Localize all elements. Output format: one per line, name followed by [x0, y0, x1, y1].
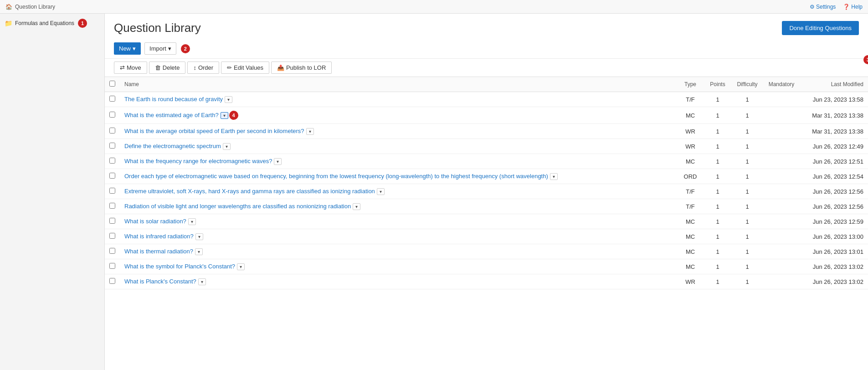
row-checkbox-cell [105, 184, 120, 199]
question-expand-button[interactable]: ▾ [223, 143, 231, 150]
row-mandatory-cell [763, 244, 800, 259]
question-expand-button[interactable]: ▾ [237, 263, 245, 270]
question-link[interactable]: What is the symbol for Planck's Constant… [124, 263, 235, 270]
row-type-cell: ORD [677, 169, 704, 184]
edit-values-label: Edit Values [234, 64, 263, 71]
question-link[interactable]: What is infrared radiation? [124, 233, 194, 240]
question-expand-button[interactable]: ▾ [195, 233, 203, 240]
question-link[interactable]: What is the average orbital speed of Ear… [124, 128, 304, 134]
row-checkbox[interactable] [109, 248, 115, 254]
question-link[interactable]: Order each type of electromagnetic wave … [124, 173, 548, 180]
row-checkbox[interactable] [109, 233, 115, 239]
select-all-checkbox[interactable] [109, 81, 115, 87]
sidebar-item-formulas[interactable]: 📁 Formulas and Equations 1 [0, 16, 104, 30]
question-expand-button[interactable]: ▾ [188, 218, 196, 225]
question-link[interactable]: Extreme ultraviolet, soft X-rays, hard X… [124, 188, 375, 195]
row-difficulty-cell: 1 [731, 214, 763, 229]
row-difficulty-cell: 1 [731, 169, 763, 184]
table-row: What is the frequency range for electrom… [105, 154, 868, 169]
page-header: Question Library Done Editing Questions [105, 14, 868, 39]
row-mandatory-cell [763, 107, 800, 124]
row-checkbox[interactable] [109, 263, 115, 269]
new-button[interactable]: New ▾ [114, 42, 141, 55]
order-label: Order [198, 64, 213, 71]
row-mandatory-cell [763, 274, 800, 289]
row-checkbox[interactable] [109, 173, 115, 179]
row-checkbox[interactable] [109, 188, 115, 194]
row-mandatory-cell [763, 154, 800, 169]
row-last-modified-cell: Jun 26, 2023 12:49 [800, 139, 868, 154]
row-checkbox[interactable] [109, 218, 115, 224]
row-checkbox-cell [105, 92, 120, 107]
sidebar-badge: 1 [78, 19, 87, 28]
publish-lor-button[interactable]: 📤 Publish to LOR [271, 62, 332, 74]
move-button[interactable]: ⇄ Move [114, 62, 147, 74]
row-checkbox-cell [105, 169, 120, 184]
row-checkbox[interactable] [109, 203, 115, 209]
row-checkbox[interactable] [109, 158, 115, 164]
row-points-cell: 1 [704, 259, 731, 274]
question-link[interactable]: Define the electromagnetic spectrum [124, 143, 221, 149]
move-icon: ⇄ [120, 64, 125, 71]
row-checkbox[interactable] [109, 278, 115, 284]
question-link[interactable]: What is the estimated age of Earth? [124, 112, 219, 118]
import-button[interactable]: Import ▾ [144, 42, 176, 55]
question-expand-button[interactable]: ▾ [306, 128, 314, 135]
row-points-cell: 1 [704, 139, 731, 154]
row-difficulty-cell: 1 [731, 139, 763, 154]
row-name-cell: Order each type of electromagnetic wave … [120, 169, 677, 184]
row-checkbox[interactable] [109, 128, 115, 134]
delete-button[interactable]: 🗑 Delete [149, 62, 186, 74]
question-link[interactable]: What is thermal radiation? [124, 248, 193, 255]
question-link[interactable]: What is solar radiation? [124, 218, 186, 225]
question-expand-button[interactable]: ▾ [377, 188, 385, 195]
row-difficulty-cell: 1 [731, 199, 763, 214]
row-checkbox-cell [105, 199, 120, 214]
row-points-cell: 1 [704, 107, 731, 124]
breadcrumb-icon: 🏠 [5, 4, 12, 10]
row-checkbox[interactable] [109, 112, 115, 118]
question-expand-button[interactable]: ▾ [225, 96, 232, 103]
question-link[interactable]: The Earth is round because of gravity [124, 96, 223, 103]
help-link[interactable]: ❓ Help [843, 4, 863, 10]
question-expand-button[interactable]: ▾ [274, 158, 282, 165]
row-name-cell: What is solar radiation?▾ [120, 214, 677, 229]
row-type-cell: T/F [677, 92, 704, 107]
move-label: Move [127, 64, 141, 71]
row-checkbox-cell [105, 214, 120, 229]
row-type-cell: MC [677, 154, 704, 169]
question-link[interactable]: What is Planck's Constant? [124, 278, 196, 285]
question-expand-button[interactable]: ▾ [550, 173, 558, 180]
question-expand-button[interactable]: ▾ [195, 248, 203, 255]
table-row: Order each type of electromagnetic wave … [105, 169, 868, 184]
row-mandatory-cell [763, 199, 800, 214]
question-expand-button[interactable]: ▾ [221, 112, 228, 119]
row-mandatory-cell [763, 259, 800, 274]
row-difficulty-cell: 1 [731, 154, 763, 169]
question-expand-button[interactable]: ▾ [353, 203, 360, 210]
row-mandatory-cell [763, 229, 800, 244]
new-label: New [119, 45, 131, 52]
row-points-cell: 1 [704, 124, 731, 139]
action-toolbar-badge: 3 [863, 55, 868, 64]
question-expand-button[interactable]: ▾ [198, 278, 206, 285]
order-button[interactable]: ↕ Order [187, 62, 219, 74]
row-name-cell: What is infrared radiation?▾ [120, 229, 677, 244]
row-checkbox-cell [105, 274, 120, 289]
edit-values-button[interactable]: ✏ Edit Values [221, 62, 269, 74]
row-name-cell: Define the electromagnetic spectrum▾ [120, 139, 677, 154]
delete-icon: 🗑 [155, 64, 161, 71]
question-link[interactable]: Radiation of visible light and longer wa… [124, 203, 351, 210]
row-type-cell: T/F [677, 184, 704, 199]
table-row: Extreme ultraviolet, soft X-rays, hard X… [105, 184, 868, 199]
question-link[interactable]: What is the frequency range for electrom… [124, 158, 272, 164]
row-checkbox[interactable] [109, 96, 115, 102]
row-checkbox[interactable] [109, 143, 115, 149]
row-difficulty-cell: 1 [731, 259, 763, 274]
row-points-cell: 1 [704, 274, 731, 289]
settings-link[interactable]: ⚙ Settings [810, 4, 836, 10]
row-name-cell: Extreme ultraviolet, soft X-rays, hard X… [120, 184, 677, 199]
table-row: What is the estimated age of Earth?▾4MC1… [105, 107, 868, 124]
questions-table: Name Type Points Difficulty Mandatory La… [105, 77, 868, 289]
done-editing-button[interactable]: Done Editing Questions [782, 21, 859, 35]
